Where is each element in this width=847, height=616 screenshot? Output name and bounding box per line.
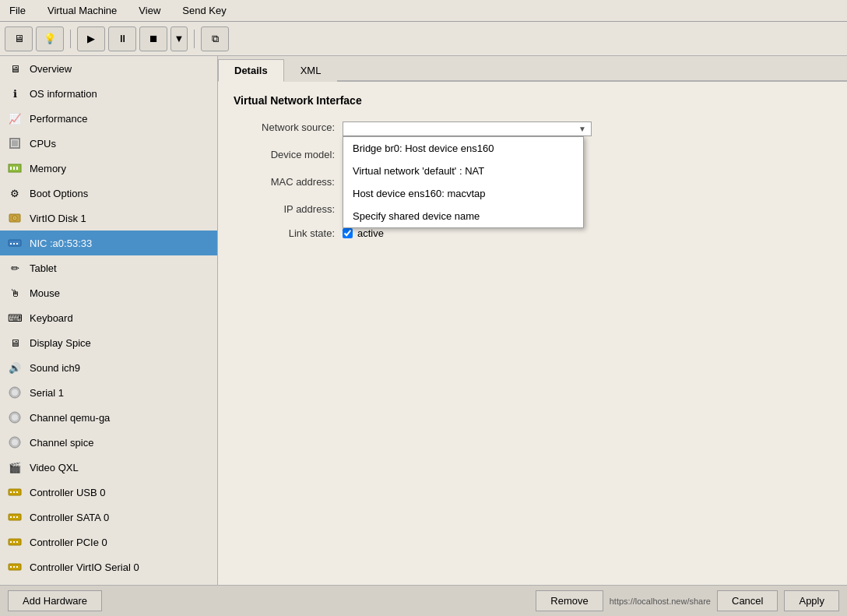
cpu-icon [6, 135, 23, 152]
svg-rect-25 [13, 516, 15, 518]
dropdown-toolbar-btn[interactable]: ▼ [170, 26, 188, 51]
mouse-icon: 🖱 [6, 284, 23, 301]
sidebar-item-controller-sata-0[interactable]: Controller SATA 0 [0, 505, 217, 530]
keyboard-icon: ⌨ [6, 309, 23, 326]
sidebar-label-sound-ich9: Sound ich9 [30, 362, 80, 374]
link-state-checkbox-row: active [343, 227, 831, 239]
dropdown-option-bridge-br0[interactable]: Bridge br0: Host device ens160 [343, 137, 583, 160]
sidebar-label-controller-virtio-serial-0: Controller VirtIO Serial 0 [30, 561, 139, 573]
svg-rect-12 [16, 243, 18, 245]
link-state-row: Link state: active [234, 227, 831, 239]
svg-rect-34 [16, 566, 18, 568]
section-title: Virtual Network Interface [234, 94, 831, 107]
sidebar-item-memory[interactable]: Memory [0, 156, 217, 181]
svg-rect-28 [10, 541, 12, 543]
toolbar-separator-2 [194, 30, 195, 48]
sidebar-label-video-qxl: Video QXL [30, 462, 79, 473]
sidebar-item-virtio-disk-1[interactable]: VirtIO Disk 1 [0, 206, 217, 231]
menu-virtual-machine[interactable]: Virtual Machine [43, 3, 121, 18]
link-state-checkbox[interactable] [343, 228, 353, 238]
content-area: Details XML Virtual Network Interface Ne… [218, 56, 847, 585]
sidebar-label-controller-pcie-0: Controller PCIe 0 [30, 537, 107, 548]
sidebar-item-performance[interactable]: 📈 Performance [0, 106, 217, 131]
remove-button[interactable]: Remove [536, 590, 603, 611]
svg-rect-26 [16, 516, 18, 518]
svg-rect-32 [10, 566, 12, 568]
tab-xml[interactable]: XML [284, 59, 338, 82]
controller-virtio-icon [6, 558, 23, 576]
menu-file[interactable]: File [5, 3, 30, 18]
add-hardware-button[interactable]: Add Hardware [8, 590, 102, 611]
sidebar-item-os-information[interactable]: ℹ OS information [0, 81, 217, 106]
sidebar-item-serial-1[interactable]: Serial 1 [0, 380, 217, 405]
sidebar-item-channel-spice[interactable]: Channel spice [0, 430, 217, 455]
sidebar-item-mouse[interactable]: 🖱 Mouse [0, 280, 217, 305]
sidebar-label-virtio-disk-1: VirtIO Disk 1 [30, 213, 86, 224]
sidebar-label-controller-usb-0: Controller USB 0 [30, 487, 106, 498]
svg-rect-22 [16, 491, 18, 493]
sidebar-item-display-spice[interactable]: 🖥 Display Spice [0, 330, 217, 355]
apply-button[interactable]: Apply [784, 590, 839, 611]
sidebar-label-cpus: CPUs [30, 138, 56, 150]
menu-view[interactable]: View [134, 3, 165, 18]
sidebar-label-display-spice: Display Spice [30, 337, 91, 349]
sidebar-item-controller-pcie-0[interactable]: Controller PCIe 0 [0, 530, 217, 554]
cancel-button[interactable]: Cancel [717, 590, 778, 611]
sidebar-item-sound-ich9[interactable]: 🔊 Sound ich9 [0, 355, 217, 380]
sidebar-label-os-information: OS information [30, 88, 97, 100]
link-state-text: active [357, 227, 384, 239]
play-toolbar-btn[interactable]: ▶ [77, 26, 105, 51]
display-icon: 🖥 [6, 334, 23, 351]
stop-toolbar-btn[interactable]: ⏹ [139, 26, 167, 51]
sidebar-item-nic[interactable]: NIC :a0:53:33 [0, 231, 217, 255]
sidebar-item-overview[interactable]: 🖥 Overview [0, 56, 217, 81]
network-source-dropdown-field[interactable]: ▼ [343, 121, 592, 136]
main-layout: 🖥 Overview ℹ OS information 📈 Performanc… [0, 56, 847, 585]
sidebar-item-keyboard[interactable]: ⌨ Keyboard [0, 305, 217, 330]
sidebar-label-tablet: Tablet [30, 262, 57, 274]
disk-icon [6, 209, 23, 227]
fullscreen-toolbar-btn[interactable]: ⧉ [201, 26, 229, 51]
monitor-toolbar-btn[interactable]: 🖥 [5, 26, 33, 51]
tab-details[interactable]: Details [218, 59, 284, 82]
svg-rect-29 [13, 541, 15, 543]
serial-icon [6, 384, 23, 401]
link-state-value: active [343, 227, 831, 239]
dropdown-option-specify-shared[interactable]: Specify shared device name [343, 205, 583, 227]
sidebar-item-boot-options[interactable]: ⚙ Boot Options [0, 181, 217, 206]
monitor-icon: 🖥 [14, 33, 24, 44]
status-text: https://localhost.new/share [610, 597, 711, 606]
svg-rect-33 [13, 566, 15, 568]
mac-address-label: MAC address: [234, 176, 343, 188]
lightbulb-toolbar-btn[interactable]: 💡 [36, 26, 64, 51]
bottom-bar-left: Add Hardware [8, 590, 102, 611]
channel-spice-icon [6, 434, 23, 451]
dropdown-arrow-icon: ▼ [578, 125, 586, 133]
sidebar-item-controller-virtio-serial-0[interactable]: Controller VirtIO Serial 0 [0, 554, 217, 579]
tabs: Details XML [218, 56, 847, 82]
dropdown-option-virtual-network[interactable]: Virtual network 'default' : NAT [343, 160, 583, 182]
content-panel: Virtual Network Interface Network source… [218, 82, 847, 585]
sidebar-item-cpus[interactable]: CPUs [0, 131, 217, 156]
sidebar: 🖥 Overview ℹ OS information 📈 Performanc… [0, 56, 218, 585]
pause-toolbar-btn[interactable]: ⏸ [108, 26, 136, 51]
sidebar-label-channel-spice: Channel spice [30, 437, 93, 449]
ip-address-label: IP address: [234, 203, 343, 215]
bottom-bar-right: Remove https://localhost.new/share Cance… [536, 590, 839, 611]
dropdown-option-host-device-macvtap[interactable]: Host device ens160: macvtap [343, 182, 583, 205]
sidebar-item-controller-usb-0[interactable]: Controller USB 0 [0, 480, 217, 505]
monitor-icon: 🖥 [6, 60, 23, 77]
boot-icon: ⚙ [6, 185, 23, 202]
sidebar-label-keyboard: Keyboard [30, 312, 73, 324]
svg-point-14 [12, 389, 18, 396]
nic-icon [6, 234, 23, 252]
menu-send-key[interactable]: Send Key [177, 3, 230, 18]
sidebar-item-tablet[interactable]: ✏ Tablet [0, 255, 217, 280]
sidebar-label-performance: Performance [30, 113, 87, 125]
sidebar-item-video-qxl[interactable]: 🎬 Video QXL [0, 455, 217, 480]
sidebar-item-channel-qemu-ga[interactable]: Channel qemu-ga [0, 405, 217, 430]
network-source-dropdown-menu: Bridge br0: Host device ens160 Virtual n… [343, 136, 584, 228]
bottom-bar: Add Hardware Remove https://localhost.ne… [0, 585, 847, 616]
play-icon: ▶ [87, 33, 95, 44]
sound-icon: 🔊 [6, 359, 23, 376]
